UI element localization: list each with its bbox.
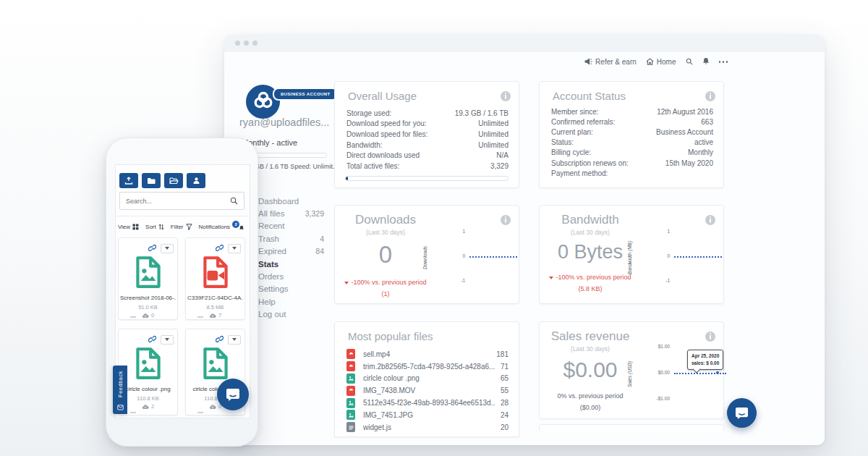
downloads-value: 0 [339, 241, 432, 269]
card-menu-button[interactable] [161, 335, 174, 345]
copy-link-icon[interactable] [148, 333, 156, 346]
sort-control[interactable]: Sort [145, 224, 164, 230]
account-button[interactable] [187, 173, 205, 188]
business-account-badge: BUSINESS ACCOUNT [273, 88, 339, 101]
file-row[interactable]: IMG_7438.MOV 55 [346, 384, 509, 397]
top-navbar: Refer & earn Home [224, 57, 728, 67]
card-title: Bandwidth [544, 213, 637, 227]
refer-earn-label: Refer & earn [595, 58, 637, 66]
home-label: Home [657, 58, 676, 66]
phone-search-box [119, 192, 244, 210]
account-status-card: Account Status Member since:12th August … [539, 81, 724, 188]
notifications-control[interactable]: Notifications 2 [199, 223, 248, 230]
image-file-icon [130, 345, 166, 384]
sidebar-item-help[interactable]: Help [258, 295, 324, 308]
card-title: Account Status [553, 90, 626, 102]
trash-count: 4 [320, 235, 324, 243]
sales-value: $0.00 [544, 358, 637, 382]
sidebar-item-recent[interactable]: Recent [258, 220, 324, 232]
caret-down-icon [344, 282, 349, 284]
image-file-icon [346, 398, 355, 408]
filter-control[interactable]: Filter [171, 224, 192, 230]
copy-link-icon[interactable] [216, 333, 224, 346]
sales-revenue-card: Sales revenue (Last 30 days) $0.00 0% vs… [539, 321, 724, 419]
folder-button[interactable] [142, 173, 161, 188]
sort-icon [158, 224, 164, 230]
search-icon[interactable] [230, 195, 238, 208]
all-files-count: 3,329 [305, 209, 324, 218]
file-row[interactable]: trim.2b8256f5-7cda-4798-925d-a428a6... 7… [346, 360, 509, 373]
card-menu-button[interactable] [161, 244, 174, 253]
search-icon[interactable] [686, 58, 693, 67]
info-icon[interactable] [501, 91, 511, 101]
storage-progress-bar [345, 176, 509, 181]
filter-funnel-icon [186, 224, 192, 230]
popular-files-list: sell.mp4 181 trim.2b8256f5-7cda-4798-925… [346, 348, 509, 434]
file-card[interactable]: Screenshot 2018-06-... 51.0 KB 0 [118, 237, 178, 320]
chat-bubble-icon [735, 407, 749, 420]
expired-count: 84 [315, 247, 324, 256]
sidebar-item-orders[interactable]: Orders [258, 270, 324, 282]
file-row[interactable]: 5112e345-f23e-49ab-8993-864ee6513d... 28 [346, 397, 509, 409]
sidebar-item-all-files[interactable]: All files3,329 [258, 207, 324, 219]
sidebar-item-settings[interactable]: Settings [258, 283, 324, 295]
chart-tooltip: Apr 25, 2020 sales: $ 0.00 [687, 350, 723, 370]
divider [197, 412, 203, 413]
chevron-down-icon [165, 338, 169, 341]
chevron-down-icon [232, 247, 237, 250]
chat-launcher-button[interactable] [217, 379, 249, 410]
sidebar-item-dashboard[interactable]: Dashboard [258, 195, 324, 207]
info-icon[interactable] [705, 91, 715, 101]
divider [130, 316, 136, 318]
refer-earn-link[interactable]: Refer & earn [584, 58, 637, 67]
page: Refer & earn Home BUS [0, 0, 868, 456]
sidebar-item-logout[interactable]: Log out [258, 308, 324, 321]
file-row[interactable]: cirlcle colour .png 65 [346, 373, 509, 385]
partial-next-card [539, 424, 724, 431]
flat-line-series [674, 256, 722, 258]
overall-usage-rows: Storage used:19.3 GB / 1.6 TB Download s… [346, 108, 509, 172]
upload-button[interactable] [119, 173, 138, 188]
downloads-card: Downloads (Last 30 days) 0 -100% vs. pre… [334, 205, 519, 304]
home-link[interactable]: Home [646, 58, 676, 67]
bell-icon[interactable] [702, 57, 710, 67]
sidebar-item-expired[interactable]: Expired84 [258, 245, 324, 258]
view-toggle[interactable]: View [118, 224, 139, 230]
open-folder-button[interactable] [164, 173, 183, 188]
bandwidth-delta: -100% vs. previous period (5.8 KB) [556, 274, 631, 292]
video-file-icon [346, 349, 355, 359]
sales-delta: 0% vs. previous period ($0.00) [544, 390, 637, 413]
image-file-icon [130, 254, 166, 293]
more-menu-icon[interactable] [719, 61, 728, 63]
sidebar-item-stats[interactable]: Stats [258, 258, 324, 270]
chat-launcher-button[interactable] [727, 398, 757, 428]
file-row[interactable]: widget.js 20 [346, 421, 509, 434]
search-input[interactable] [120, 198, 230, 205]
divider [130, 412, 136, 413]
copy-link-icon[interactable] [148, 242, 156, 255]
chevron-down-icon [232, 338, 237, 341]
card-title: Downloads [339, 213, 432, 227]
phone-toolbar: View Sort Filter Notifications 2 [116, 219, 250, 235]
window-titlebar [224, 35, 825, 52]
sidebar-item-trash[interactable]: Trash4 [258, 232, 324, 245]
chevron-down-icon [165, 247, 169, 250]
feedback-tab[interactable]: Feedback [113, 366, 127, 414]
divider [197, 316, 203, 318]
card-menu-button[interactable] [228, 335, 241, 345]
copy-link-icon[interactable] [216, 242, 224, 255]
account-email: ryan@uploadfiles... [239, 117, 344, 128]
file-card[interactable]: C339F21C-94DC-4A... 8.5 MB 7 [185, 237, 245, 320]
home-icon [646, 58, 654, 67]
card-title: Sales revenue [544, 329, 637, 344]
file-row[interactable]: sell.mp4 181 [346, 348, 509, 360]
downloads-chart: Downloads 1 0 -1 [441, 221, 519, 294]
card-title: Most popular files [348, 330, 433, 342]
envelope-icon [117, 405, 124, 410]
file-row[interactable]: IMG_7451.JPG 24 [346, 409, 509, 421]
video-file-icon [346, 386, 355, 396]
download-count-icon [209, 404, 216, 410]
card-menu-button[interactable] [228, 244, 241, 253]
window-controls[interactable] [235, 41, 258, 46]
caret-down-icon [549, 276, 553, 279]
